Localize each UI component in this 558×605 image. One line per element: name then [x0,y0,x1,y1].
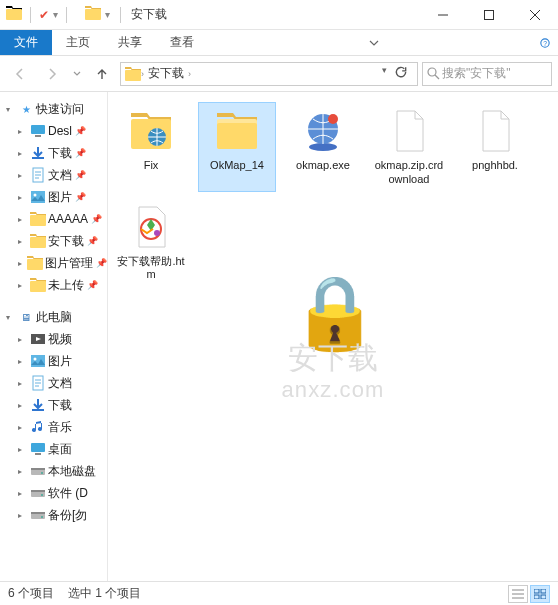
breadcrumb-chevron-2[interactable]: › [188,69,191,79]
tree-item[interactable]: ▸图片管理📌 [0,252,107,274]
downloads-icon [30,145,46,161]
video-icon [30,331,46,347]
tree-label: 此电脑 [36,309,72,326]
tree-item-label: 桌面 [48,441,72,458]
file-label: okmap.zip.crdownload [373,159,445,187]
tab-home[interactable]: 主页 [52,30,104,55]
nav-forward-button[interactable] [38,60,66,88]
title-dropdown-icon[interactable]: ▾ [105,9,110,20]
tree-item[interactable]: ▸文档 [0,372,107,394]
pc-icon: 🖥 [18,309,34,325]
tree-item[interactable]: ▸下载📌 [0,142,107,164]
tree-this-pc[interactable]: ▾ 🖥 此电脑 [0,306,107,328]
svg-rect-29 [31,512,45,514]
file-label: 安下载帮助.htm [115,255,187,283]
tree-item[interactable]: ▸音乐 [0,416,107,438]
search-icon [427,67,440,80]
tree-item-label: 下载 [48,397,72,414]
pin-icon: 📌 [75,170,86,180]
nav-history-button[interactable] [70,60,84,88]
maximize-button[interactable] [466,0,512,29]
pin-icon: 📌 [87,236,98,246]
file-icon [127,203,175,251]
title-folder-icon [85,6,101,24]
desktop-icon [30,123,46,139]
file-label: Fix [144,159,159,173]
tree-item[interactable]: ▸本地磁盘 [0,460,107,482]
address-refresh-icon[interactable] [389,65,413,82]
file-item[interactable]: okmap.zip.crdownload [370,102,448,192]
tree-item[interactable]: ▸Desl📌 [0,120,107,142]
tree-item-label: 本地磁盘 [48,463,96,480]
address-dropdown-icon[interactable]: ▾ [382,65,387,82]
close-button[interactable] [512,0,558,29]
breadcrumb[interactable]: 安下载 [144,65,188,82]
svg-rect-42 [534,595,539,599]
tree-item[interactable]: ▸软件 (D [0,482,107,504]
file-item[interactable]: OkMap_14 [198,102,276,192]
tree-item-label: AAAAA [48,212,88,226]
tree-quick-access[interactable]: ▾ ★ 快速访问 [0,98,107,120]
file-icon [213,107,261,155]
tree-item-label: 图片 [48,353,72,370]
folder-icon [30,233,46,249]
file-item[interactable]: okmap.exe [284,102,362,192]
svg-rect-13 [30,237,46,248]
tree-item-label: 文档 [48,167,72,184]
tree-item[interactable]: ▸视频 [0,328,107,350]
svg-rect-5 [125,70,141,81]
svg-rect-0 [6,9,22,20]
nav-tree[interactable]: ▾ ★ 快速访问 ▸Desl📌▸下载📌▸文档📌▸图片📌▸AAAAA📌▸安下载📌▸… [0,92,108,581]
file-icon [127,107,175,155]
tree-item[interactable]: ▸备份[勿 [0,504,107,526]
file-icon [385,107,433,155]
nav-back-button[interactable] [6,60,34,88]
ribbon-help-button[interactable]: ? [540,30,558,55]
svg-rect-15 [30,281,46,292]
qat-check-icon[interactable]: ✔ [39,8,49,22]
qat-separator [30,7,31,23]
tree-label: 快速访问 [36,101,84,118]
file-label: pnghhbd. [472,159,518,173]
svg-rect-8 [35,135,41,137]
tree-item[interactable]: ▸AAAAA📌 [0,208,107,230]
tree-item[interactable]: ▸下载 [0,394,107,416]
nav-up-button[interactable] [88,60,116,88]
file-icon [471,107,519,155]
view-details-button[interactable] [508,585,528,603]
tree-item[interactable]: ▸未上传📌 [0,274,107,296]
tree-item[interactable]: ▸安下载📌 [0,230,107,252]
tab-file[interactable]: 文件 [0,30,52,55]
svg-rect-40 [534,589,539,593]
svg-rect-43 [541,595,546,599]
tab-share[interactable]: 共享 [104,30,156,55]
pics-icon [30,189,46,205]
svg-point-37 [328,114,338,124]
disk-icon [30,507,46,523]
file-icon [299,107,347,155]
folder-icon [30,211,46,227]
view-icons-button[interactable] [530,585,550,603]
tree-item-label: 图片管理 [45,255,93,272]
tree-item[interactable]: ▸图片 [0,350,107,372]
file-item[interactable]: pnghhbd. [456,102,534,192]
qat-dropdown-icon[interactable]: ▾ [53,9,58,20]
address-bar[interactable]: › 安下载 › ▾ [120,62,418,86]
svg-point-18 [34,358,37,361]
svg-rect-20 [31,443,45,452]
search-input[interactable]: 搜索"安下载" [422,62,552,86]
tab-view[interactable]: 查看 [156,30,208,55]
tree-item[interactable]: ▸桌面 [0,438,107,460]
qat-separator-2 [66,7,67,23]
file-item[interactable]: Fix [112,102,190,192]
watermark-line2: anxz.com [282,377,385,403]
file-item[interactable]: 安下载帮助.htm [112,198,190,288]
pin-icon: 📌 [75,148,86,158]
folder-icon [27,255,43,271]
tree-item[interactable]: ▸文档📌 [0,164,107,186]
tree-item[interactable]: ▸图片📌 [0,186,107,208]
pin-icon: 📌 [87,280,98,290]
ribbon-expand-button[interactable] [361,30,387,55]
file-label: OkMap_14 [210,159,264,173]
minimize-button[interactable] [420,0,466,29]
